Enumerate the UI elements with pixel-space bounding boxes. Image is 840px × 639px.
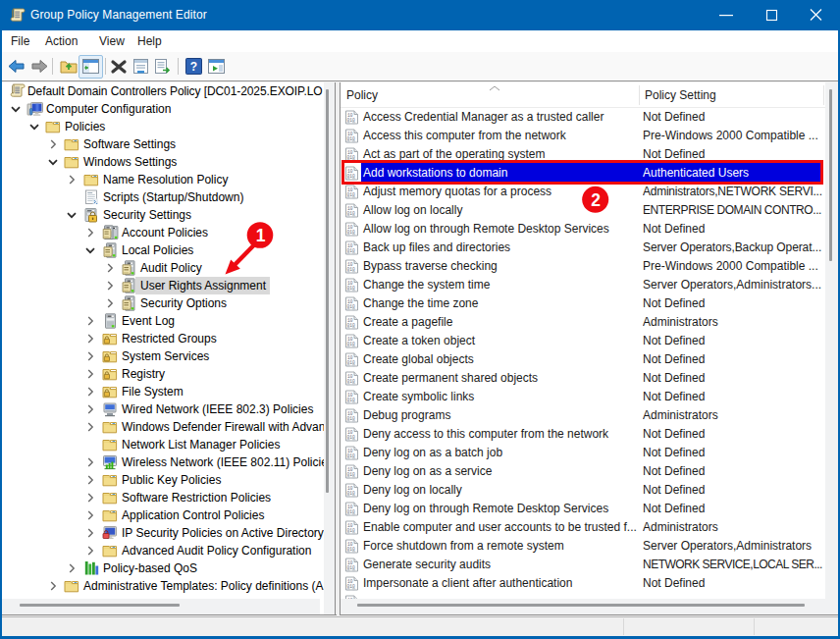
svg-text:2: 2 [591,190,601,210]
svg-text:1: 1 [256,226,266,245]
svg-text:?: ? [190,60,197,74]
